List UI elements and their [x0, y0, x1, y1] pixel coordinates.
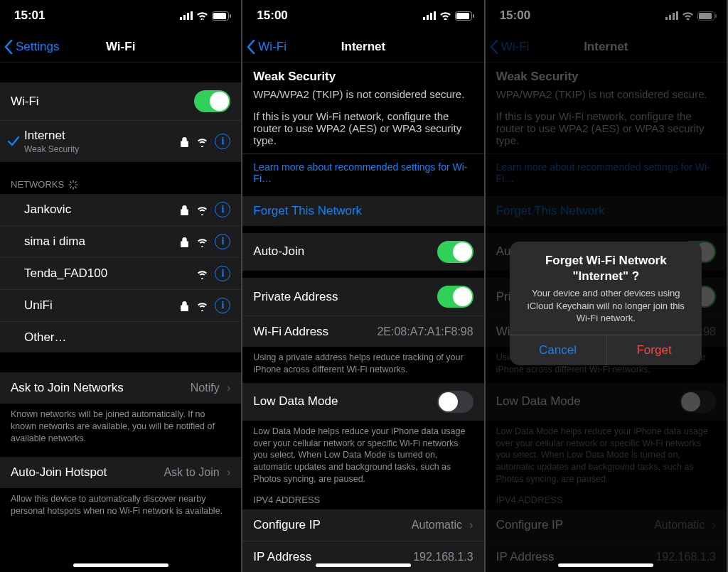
lock-icon — [179, 237, 190, 247]
hotspot-label: Auto-Join Hotspot — [11, 465, 107, 480]
network-row[interactable]: sima i dimai — [0, 225, 241, 257]
status-time: 15:00 — [257, 9, 287, 23]
status-bar: 15:00 — [242, 0, 483, 31]
wifi-status-icon — [196, 11, 208, 20]
weak-line1: WPA/WPA2 (TKIP) is not considered secure… — [253, 88, 473, 100]
network-row[interactable]: UniFii — [0, 289, 241, 321]
svg-rect-5 — [213, 13, 226, 19]
info-icon[interactable]: i — [215, 234, 230, 249]
info-icon[interactable]: i — [215, 202, 230, 217]
chevron-right-icon: › — [227, 381, 231, 395]
svg-rect-2 — [187, 13, 189, 20]
svg-line-12 — [75, 186, 77, 188]
wifi-toggle[interactable] — [194, 90, 230, 112]
network-name: Jankovic — [24, 203, 71, 217]
wifi-toggle-row[interactable]: Wi-Fi — [0, 82, 241, 120]
auto-join-toggle[interactable] — [437, 241, 473, 263]
connected-network-row[interactable]: Internet Weak Security i — [0, 120, 241, 162]
svg-rect-17 — [430, 13, 432, 20]
low-data-toggle[interactable] — [437, 391, 473, 413]
wifi-icon — [197, 269, 208, 279]
phone-screen-network-detail: 15:00 Wi-Fi Internet Weak Security WPA/W… — [242, 0, 485, 572]
network-name: UniFi — [24, 298, 53, 313]
private-address-toggle[interactable] — [437, 286, 473, 308]
lock-icon — [179, 205, 190, 215]
battery-icon — [212, 11, 231, 21]
network-row[interactable]: Tenda_FAD100i — [0, 257, 241, 289]
lock-icon — [179, 301, 190, 311]
chevron-left-icon — [4, 40, 13, 54]
back-label: Wi-Fi — [258, 40, 287, 54]
back-label: Settings — [16, 40, 59, 54]
svg-rect-6 — [230, 14, 231, 18]
networks-header: NETWORKS — [0, 175, 241, 194]
auto-join-hotspot-row[interactable]: Auto-Join Hotspot Ask to Join › — [0, 457, 241, 488]
wifi-status-icon — [439, 11, 451, 20]
svg-rect-16 — [427, 15, 429, 20]
connected-network-sub: Weak Security — [24, 144, 79, 154]
network-name: Other… — [24, 330, 67, 345]
forget-alert: Forget Wi-Fi Network "Internet" ? Your d… — [510, 242, 702, 365]
info-icon[interactable]: i — [215, 134, 230, 149]
network-row[interactable]: Jankovici — [0, 194, 241, 225]
wifi-toggle-label: Wi-Fi — [11, 95, 39, 109]
checkmark-icon — [7, 135, 20, 148]
weak-security-block: Weak Security WPA/WPA2 (TKIP) is not con… — [242, 70, 483, 153]
ip-address-row: IP Address 192.168.1.3 — [242, 541, 483, 572]
forget-network-button[interactable]: Forget This Network — [242, 196, 483, 226]
low-data-mode-row[interactable]: Low Data Mode — [242, 383, 483, 421]
alert-title: Forget Wi-Fi Network "Internet" ? — [521, 253, 690, 284]
spinner-icon — [68, 180, 78, 190]
wifi-icon — [197, 136, 208, 147]
auto-join-row[interactable]: Auto-Join — [242, 233, 483, 271]
weak-title: Weak Security — [253, 70, 473, 84]
learn-more-link[interactable]: Learn more about recommended settings fo… — [242, 153, 483, 191]
battery-icon — [455, 11, 474, 21]
wifi-content: Wi-Fi Internet Weak Security i NETWORKS — [0, 63, 241, 572]
hotspot-footer: Allow this device to automatically disco… — [0, 488, 241, 522]
ipv4-header: IPV4 ADDRESS — [242, 490, 483, 509]
nav-bar: Settings Wi-Fi — [0, 31, 241, 63]
chevron-left-icon — [247, 40, 255, 54]
ask-to-join-row[interactable]: Ask to Join Networks Notify › — [0, 372, 241, 404]
wifi-icon — [197, 205, 208, 215]
svg-rect-20 — [456, 13, 469, 19]
home-indicator[interactable] — [73, 563, 168, 567]
svg-line-11 — [70, 181, 72, 183]
signal-icon — [423, 11, 436, 20]
private-address-row[interactable]: Private Address — [242, 278, 483, 315]
svg-rect-0 — [180, 17, 182, 20]
back-button[interactable]: Wi-Fi — [242, 40, 287, 54]
detail-content: Weak Security WPA/WPA2 (TKIP) is not con… — [242, 63, 483, 572]
home-indicator[interactable] — [316, 563, 411, 567]
svg-rect-18 — [434, 11, 436, 20]
status-bar: 15:01 — [0, 0, 241, 31]
network-row[interactable]: Other… — [0, 321, 241, 352]
alert-forget-button[interactable]: Forget — [606, 335, 702, 365]
phone-screen-forget-alert: 15:00 Wi-Fi Internet Weak Security WPA/W… — [486, 0, 728, 572]
lock-icon — [179, 136, 190, 147]
phone-screen-wifi-list: 15:01 Settings Wi-Fi Wi-Fi Internet Weak… — [0, 0, 242, 572]
alert-message: Your device and other devices using iClo… — [521, 287, 690, 325]
wifi-address-row: Wi-Fi Address 2E:08:A7:A1:F8:98 — [242, 315, 483, 347]
info-icon[interactable]: i — [215, 266, 230, 281]
svg-line-13 — [70, 186, 72, 188]
lowdata-footer: Low Data Mode helps reduce your iPhone d… — [242, 421, 483, 490]
networks-list: Jankovicisima i dimaiTenda_FAD100iUniFii… — [0, 194, 241, 352]
svg-rect-1 — [183, 15, 186, 20]
chevron-right-icon: › — [469, 518, 473, 532]
svg-rect-3 — [191, 11, 193, 20]
status-time: 15:01 — [14, 9, 45, 23]
network-name: sima i dima — [24, 234, 85, 249]
private-footer: Using a private address helps reduce tra… — [242, 347, 483, 381]
network-name: Tenda_FAD100 — [24, 266, 107, 281]
home-indicator[interactable] — [558, 563, 653, 567]
connected-network-name: Internet — [24, 129, 79, 143]
configure-ip-row[interactable]: Configure IP Automatic› — [242, 509, 483, 541]
back-button[interactable]: Settings — [0, 40, 59, 54]
alert-cancel-button[interactable]: Cancel — [510, 335, 606, 365]
nav-bar: Wi-Fi Internet — [242, 31, 483, 63]
chevron-right-icon: › — [227, 465, 231, 480]
signal-icon — [180, 11, 193, 20]
info-icon[interactable]: i — [215, 298, 230, 313]
